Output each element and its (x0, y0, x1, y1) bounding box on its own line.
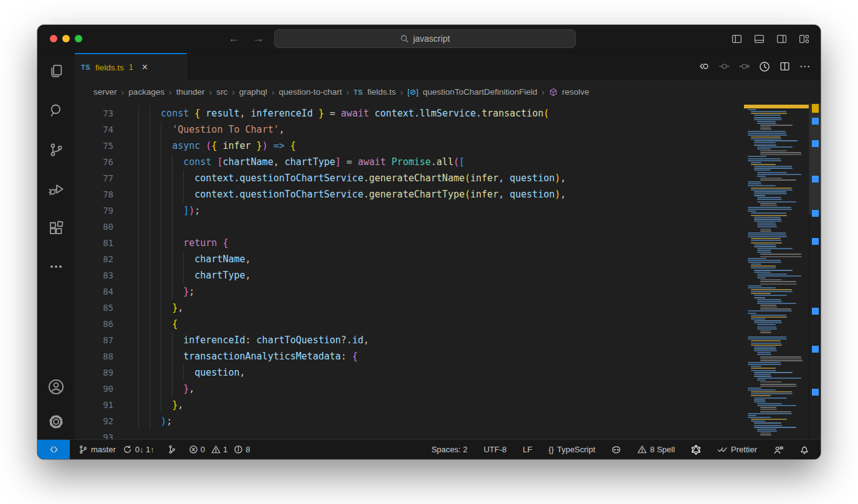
breadcrumb-item-src[interactable]: src (216, 87, 227, 97)
explorer-icon[interactable] (48, 63, 65, 80)
code-text[interactable]: return { (138, 235, 228, 251)
prettier-item[interactable]: Prettier (716, 445, 758, 454)
line-number[interactable]: 93 (75, 429, 113, 439)
code-line[interactable]: 82chartName, (75, 251, 744, 267)
search-sidebar-icon[interactable] (48, 102, 65, 119)
toggle-secondary-sidebar-icon[interactable] (776, 34, 787, 44)
copilot-item[interactable] (610, 445, 622, 455)
code-text[interactable]: transactionAnalyticsMetadata: { (138, 348, 358, 364)
code-line[interactable]: 92); (75, 413, 744, 429)
minimap[interactable] (744, 103, 809, 439)
code-text[interactable]: context.questionToChartService.generateC… (138, 186, 566, 202)
customize-layout-icon[interactable] (799, 34, 809, 44)
more-views-icon[interactable] (49, 259, 64, 274)
toggle-primary-sidebar-icon[interactable] (732, 34, 742, 44)
next-change-icon[interactable] (739, 61, 750, 72)
breadcrumb-item-packages[interactable]: packages (128, 87, 164, 97)
line-number[interactable]: 89 (75, 364, 113, 381)
line-number[interactable]: 81 (75, 235, 113, 251)
breadcrumb-item-server[interactable]: server (93, 87, 117, 97)
git-graph-item[interactable] (166, 445, 178, 454)
code-text[interactable]: }, (138, 397, 183, 413)
line-number[interactable]: 76 (75, 154, 113, 170)
code-text[interactable]: { (138, 316, 178, 332)
code-text[interactable]: ); (138, 413, 172, 429)
code-line[interactable]: 77context.questionToChartService.generat… (75, 170, 744, 186)
file-history-icon[interactable] (759, 61, 770, 72)
minimize-window-button[interactable] (62, 35, 70, 42)
line-number[interactable]: 91 (75, 397, 113, 413)
line-number[interactable]: 88 (75, 348, 113, 364)
spell-checker-item[interactable]: 8 Spell (636, 445, 676, 454)
navigate-back-button[interactable]: ← (228, 32, 240, 45)
code-line[interactable]: 83chartType, (75, 267, 744, 283)
breadcrumb-item-symbol-field[interactable]: questionToChartDefinitionField (422, 87, 537, 97)
code-line[interactable]: 75async ({ infer }) => { (75, 138, 744, 154)
breadcrumb-item-question-to-chart[interactable]: question-to-chart (279, 87, 342, 97)
line-number[interactable]: 75 (75, 138, 113, 154)
code-text[interactable]: const { result, inferenceId } = await co… (138, 105, 549, 121)
code-line[interactable]: 73const { result, inferenceId } = await … (75, 105, 744, 121)
code-line[interactable]: 91}, (75, 397, 744, 413)
code-text[interactable]: context.questionToChartService.generateC… (138, 170, 566, 186)
code-text[interactable]: inferenceId: chartToQuestion?.id, (138, 332, 369, 348)
code-line[interactable]: 90}, (75, 381, 744, 397)
code-text[interactable]: }, (138, 381, 194, 397)
breadcrumb-item-graphql[interactable]: graphql (239, 87, 267, 97)
breadcrumb-item-symbol-method[interactable]: resolve (562, 87, 589, 97)
code-line[interactable]: 80 (75, 219, 744, 235)
feedback-item[interactable] (772, 445, 784, 455)
code-line[interactable]: 79]); (75, 202, 744, 219)
code-line[interactable]: 74'Question To Chart', (75, 121, 744, 138)
code-line[interactable]: 86{ (75, 316, 744, 332)
code-text[interactable]: }; (138, 283, 194, 300)
code-text[interactable]: }, (138, 300, 183, 316)
indentation-item[interactable]: Spaces: 2 (430, 445, 469, 454)
language-mode-item[interactable]: {} TypeScript (547, 445, 596, 454)
code-line[interactable]: 76const [chartName, chartType] = await P… (75, 154, 744, 170)
source-control-icon[interactable] (48, 141, 65, 158)
code-text[interactable]: ]); (138, 202, 200, 219)
code-text[interactable]: 'Question To Chart', (138, 121, 285, 138)
more-actions-icon[interactable]: ⋯ (799, 60, 811, 73)
settings-gear-icon[interactable] (47, 413, 65, 430)
line-number[interactable]: 83 (75, 267, 113, 283)
code-text[interactable] (138, 219, 183, 235)
breadcrumb-item-file[interactable]: fields.ts (368, 87, 396, 97)
line-number[interactable]: 78 (75, 186, 113, 202)
line-number[interactable]: 92 (75, 413, 113, 429)
close-tab-icon[interactable]: × (142, 62, 148, 73)
toggle-panel-icon[interactable] (754, 34, 765, 44)
code-line[interactable]: 84}; (75, 283, 744, 300)
close-window-button[interactable] (50, 35, 57, 42)
line-number[interactable]: 85 (75, 300, 113, 316)
code-line[interactable]: 88transactionAnalyticsMetadata: { (75, 348, 744, 364)
encoding-item[interactable]: UTF-8 (482, 445, 508, 454)
code-text[interactable]: const [chartName, chartType] = await Pro… (138, 154, 465, 170)
code-line[interactable]: 89question, (75, 364, 744, 381)
previous-change-icon[interactable] (719, 61, 730, 72)
git-branch-item[interactable]: master 0↓ 1↑ (77, 445, 156, 454)
code-line[interactable]: 81return { (75, 235, 744, 251)
line-number[interactable]: 86 (75, 316, 113, 332)
breadcrumb-item-thunder[interactable]: thunder (176, 87, 205, 97)
code-text[interactable]: chartName, (138, 251, 251, 267)
remote-indicator[interactable] (37, 440, 70, 459)
code-line[interactable]: 87inferenceId: chartToQuestion?.id, (75, 332, 744, 348)
line-number[interactable]: 79 (75, 202, 113, 219)
line-number[interactable]: 84 (75, 283, 113, 300)
code-text[interactable]: question, (138, 364, 245, 381)
code-line[interactable]: 78context.questionToChartService.generat… (75, 186, 744, 202)
zoom-window-button[interactable] (75, 35, 82, 42)
navigate-back-change-icon[interactable] (699, 61, 710, 72)
problems-item[interactable]: 0 1 8 (188, 445, 255, 454)
line-number[interactable]: 87 (75, 332, 113, 348)
command-center-search[interactable]: javascript (274, 29, 576, 48)
navigate-forward-button[interactable]: → (252, 32, 264, 45)
code-line[interactable]: 85}, (75, 300, 744, 316)
line-number[interactable]: 90 (75, 381, 113, 397)
split-editor-icon[interactable] (779, 61, 790, 72)
line-number[interactable]: 74 (75, 121, 113, 138)
tab-fields-ts[interactable]: TS fields.ts 1 × (75, 53, 187, 80)
line-number[interactable]: 82 (75, 251, 113, 267)
